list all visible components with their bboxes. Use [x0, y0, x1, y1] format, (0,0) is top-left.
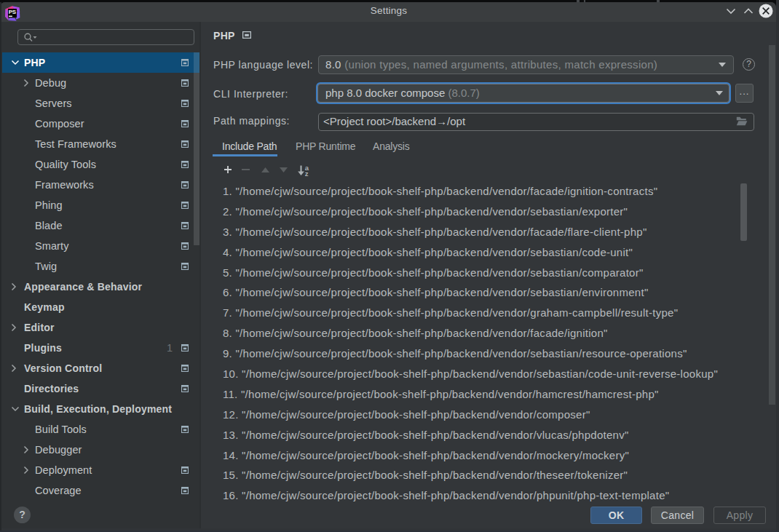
svg-text:z: z	[305, 170, 309, 176]
svg-text:PS: PS	[9, 9, 17, 15]
